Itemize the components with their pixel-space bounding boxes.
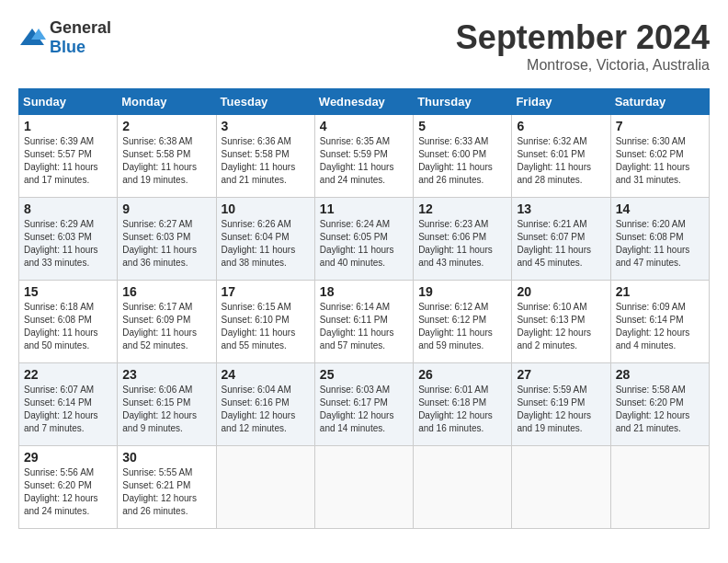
calendar-cell: 30Sunrise: 5:55 AMSunset: 6:21 PMDayligh… bbox=[118, 446, 216, 529]
calendar-cell bbox=[216, 446, 314, 529]
day-number: 29 bbox=[24, 450, 112, 465]
calendar-cell: 23Sunrise: 6:06 AMSunset: 6:15 PMDayligh… bbox=[118, 363, 216, 446]
day-number: 22 bbox=[24, 367, 112, 382]
cell-content: Sunrise: 6:09 AMSunset: 6:14 PMDaylight:… bbox=[616, 301, 704, 352]
day-number: 12 bbox=[418, 201, 506, 216]
day-number: 17 bbox=[222, 284, 310, 299]
cell-content: Sunrise: 6:21 AMSunset: 6:07 PMDaylight:… bbox=[517, 218, 605, 270]
cell-content: Sunrise: 6:36 AMSunset: 5:58 PMDaylight:… bbox=[222, 135, 310, 187]
day-number: 27 bbox=[517, 367, 605, 382]
week-row-2: 8Sunrise: 6:29 AMSunset: 6:03 PMDaylight… bbox=[19, 198, 710, 281]
day-number: 26 bbox=[418, 367, 506, 382]
cell-content: Sunrise: 6:29 AMSunset: 6:03 PMDaylight:… bbox=[24, 218, 112, 270]
cell-content: Sunrise: 6:12 AMSunset: 6:12 PMDaylight:… bbox=[418, 301, 506, 352]
cell-content: Sunrise: 6:07 AMSunset: 6:14 PMDaylight:… bbox=[24, 384, 112, 435]
calendar-cell: 24Sunrise: 6:04 AMSunset: 6:16 PMDayligh… bbox=[216, 363, 314, 446]
day-number: 6 bbox=[517, 119, 605, 133]
calendar-cell: 1Sunrise: 6:39 AMSunset: 5:57 PMDaylight… bbox=[19, 115, 118, 198]
calendar-cell: 5Sunrise: 6:33 AMSunset: 6:00 PMDaylight… bbox=[414, 115, 512, 198]
day-number: 11 bbox=[320, 201, 408, 216]
cell-content: Sunrise: 6:18 AMSunset: 6:08 PMDaylight:… bbox=[24, 301, 112, 352]
cell-content: Sunrise: 6:06 AMSunset: 6:15 PMDaylight:… bbox=[122, 384, 210, 435]
location-title: Montrose, Victoria, Australia bbox=[456, 57, 710, 74]
day-number: 20 bbox=[517, 284, 605, 299]
week-row-1: 1Sunrise: 6:39 AMSunset: 5:57 PMDaylight… bbox=[19, 115, 710, 198]
day-number: 21 bbox=[616, 284, 704, 299]
logo-icon bbox=[18, 27, 46, 49]
day-number: 13 bbox=[517, 201, 605, 216]
day-number: 7 bbox=[616, 119, 704, 133]
day-number: 30 bbox=[122, 450, 210, 465]
cell-content: Sunrise: 6:15 AMSunset: 6:10 PMDaylight:… bbox=[222, 301, 310, 352]
calendar-header-row: Sunday Monday Tuesday Wednesday Thursday… bbox=[19, 89, 710, 115]
day-number: 3 bbox=[222, 119, 310, 133]
cell-content: Sunrise: 6:10 AMSunset: 6:13 PMDaylight:… bbox=[517, 301, 605, 352]
day-number: 9 bbox=[122, 201, 210, 216]
cell-content: Sunrise: 6:27 AMSunset: 6:03 PMDaylight:… bbox=[122, 218, 210, 270]
col-wednesday: Wednesday bbox=[314, 89, 413, 115]
day-number: 8 bbox=[24, 201, 112, 216]
col-friday: Friday bbox=[512, 89, 610, 115]
calendar-cell: 6Sunrise: 6:32 AMSunset: 6:01 PMDaylight… bbox=[512, 115, 610, 198]
logo: General Blue bbox=[18, 18, 111, 57]
calendar-cell: 10Sunrise: 6:26 AMSunset: 6:04 PMDayligh… bbox=[216, 198, 314, 281]
calendar-cell: 14Sunrise: 6:20 AMSunset: 6:08 PMDayligh… bbox=[610, 198, 709, 281]
calendar-cell: 20Sunrise: 6:10 AMSunset: 6:13 PMDayligh… bbox=[512, 281, 610, 363]
cell-content: Sunrise: 6:04 AMSunset: 6:16 PMDaylight:… bbox=[222, 384, 310, 435]
cell-content: Sunrise: 6:26 AMSunset: 6:04 PMDaylight:… bbox=[222, 218, 310, 270]
calendar-cell: 18Sunrise: 6:14 AMSunset: 6:11 PMDayligh… bbox=[314, 281, 413, 363]
day-number: 24 bbox=[222, 367, 310, 382]
week-row-4: 22Sunrise: 6:07 AMSunset: 6:14 PMDayligh… bbox=[19, 363, 710, 446]
calendar-cell bbox=[414, 446, 512, 529]
cell-content: Sunrise: 6:39 AMSunset: 5:57 PMDaylight:… bbox=[24, 135, 112, 187]
cell-content: Sunrise: 6:20 AMSunset: 6:08 PMDaylight:… bbox=[616, 218, 704, 270]
day-number: 5 bbox=[418, 119, 506, 133]
calendar-cell: 11Sunrise: 6:24 AMSunset: 6:05 PMDayligh… bbox=[314, 198, 413, 281]
calendar-table: Sunday Monday Tuesday Wednesday Thursday… bbox=[18, 88, 710, 529]
day-number: 23 bbox=[122, 367, 210, 382]
day-number: 18 bbox=[320, 284, 408, 299]
calendar-cell: 3Sunrise: 6:36 AMSunset: 5:58 PMDaylight… bbox=[216, 115, 314, 198]
calendar-cell: 27Sunrise: 5:59 AMSunset: 6:19 PMDayligh… bbox=[512, 363, 610, 446]
day-number: 10 bbox=[222, 201, 310, 216]
calendar-cell: 22Sunrise: 6:07 AMSunset: 6:14 PMDayligh… bbox=[19, 363, 118, 446]
page-header: General Blue September 2024 Montrose, Vi… bbox=[18, 18, 710, 74]
col-saturday: Saturday bbox=[610, 89, 709, 115]
calendar-cell: 7Sunrise: 6:30 AMSunset: 6:02 PMDaylight… bbox=[610, 115, 709, 198]
cell-content: Sunrise: 5:59 AMSunset: 6:19 PMDaylight:… bbox=[517, 384, 605, 435]
calendar-cell: 26Sunrise: 6:01 AMSunset: 6:18 PMDayligh… bbox=[414, 363, 512, 446]
calendar-cell: 9Sunrise: 6:27 AMSunset: 6:03 PMDaylight… bbox=[118, 198, 216, 281]
logo-blue: Blue bbox=[50, 38, 85, 56]
col-sunday: Sunday bbox=[19, 89, 118, 115]
cell-content: Sunrise: 6:23 AMSunset: 6:06 PMDaylight:… bbox=[418, 218, 506, 270]
calendar-cell: 2Sunrise: 6:38 AMSunset: 5:58 PMDaylight… bbox=[118, 115, 216, 198]
calendar-cell: 29Sunrise: 5:56 AMSunset: 6:20 PMDayligh… bbox=[19, 446, 118, 529]
calendar-cell: 13Sunrise: 6:21 AMSunset: 6:07 PMDayligh… bbox=[512, 198, 610, 281]
day-number: 19 bbox=[418, 284, 506, 299]
title-block: September 2024 Montrose, Victoria, Austr… bbox=[456, 18, 710, 74]
cell-content: Sunrise: 6:33 AMSunset: 6:00 PMDaylight:… bbox=[418, 135, 506, 187]
day-number: 28 bbox=[616, 367, 704, 382]
calendar-cell: 15Sunrise: 6:18 AMSunset: 6:08 PMDayligh… bbox=[19, 281, 118, 363]
day-number: 25 bbox=[320, 367, 408, 382]
cell-content: Sunrise: 6:24 AMSunset: 6:05 PMDaylight:… bbox=[320, 218, 408, 270]
cell-content: Sunrise: 6:38 AMSunset: 5:58 PMDaylight:… bbox=[122, 135, 210, 187]
day-number: 16 bbox=[122, 284, 210, 299]
month-title: September 2024 bbox=[456, 18, 710, 57]
calendar-cell bbox=[610, 446, 709, 529]
calendar-cell bbox=[512, 446, 610, 529]
col-thursday: Thursday bbox=[414, 89, 512, 115]
day-number: 1 bbox=[24, 119, 112, 133]
logo-general: General bbox=[50, 18, 111, 37]
calendar-cell: 17Sunrise: 6:15 AMSunset: 6:10 PMDayligh… bbox=[216, 281, 314, 363]
week-row-3: 15Sunrise: 6:18 AMSunset: 6:08 PMDayligh… bbox=[19, 281, 710, 363]
week-row-5: 29Sunrise: 5:56 AMSunset: 6:20 PMDayligh… bbox=[19, 446, 710, 529]
calendar-cell: 12Sunrise: 6:23 AMSunset: 6:06 PMDayligh… bbox=[414, 198, 512, 281]
cell-content: Sunrise: 6:01 AMSunset: 6:18 PMDaylight:… bbox=[418, 384, 506, 435]
day-number: 15 bbox=[24, 284, 112, 299]
cell-content: Sunrise: 6:03 AMSunset: 6:17 PMDaylight:… bbox=[320, 384, 408, 435]
calendar-cell: 28Sunrise: 5:58 AMSunset: 6:20 PMDayligh… bbox=[610, 363, 709, 446]
calendar-cell: 21Sunrise: 6:09 AMSunset: 6:14 PMDayligh… bbox=[610, 281, 709, 363]
calendar-cell: 25Sunrise: 6:03 AMSunset: 6:17 PMDayligh… bbox=[314, 363, 413, 446]
calendar-cell: 16Sunrise: 6:17 AMSunset: 6:09 PMDayligh… bbox=[118, 281, 216, 363]
